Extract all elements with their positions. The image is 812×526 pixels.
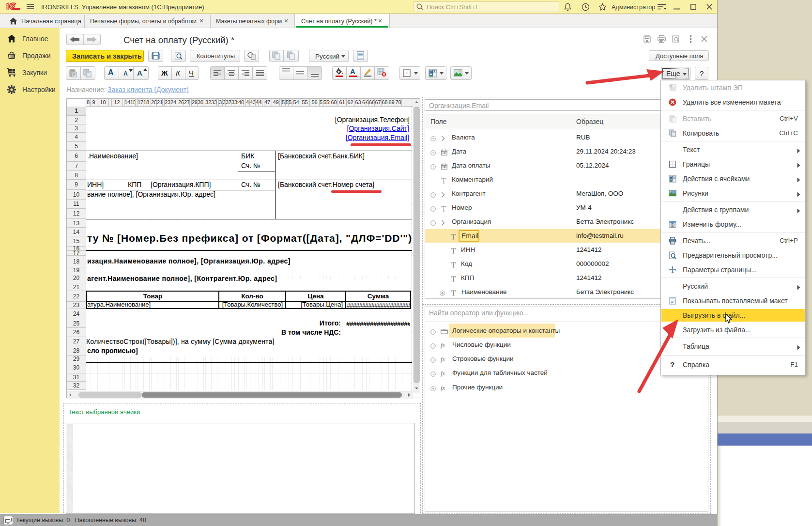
svg-text:R: R xyxy=(674,176,675,179)
